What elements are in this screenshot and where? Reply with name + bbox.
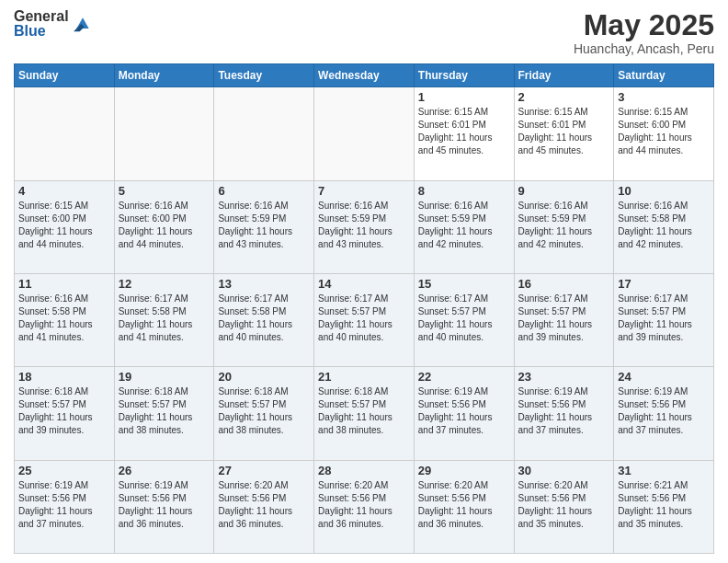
table-row: 6Sunrise: 6:16 AMSunset: 5:59 PMDaylight… (214, 180, 314, 273)
table-row: 19Sunrise: 6:18 AMSunset: 5:57 PMDayligh… (114, 367, 214, 460)
day-info: Sunrise: 6:17 AMSunset: 5:58 PMDaylight:… (119, 293, 210, 344)
day-info: Sunrise: 6:17 AMSunset: 5:58 PMDaylight:… (218, 293, 310, 344)
table-row: 21Sunrise: 6:18 AMSunset: 5:57 PMDayligh… (314, 367, 415, 460)
logo-icon (74, 15, 92, 33)
location: Huanchay, Ancash, Peru (574, 41, 714, 56)
day-number: 6 (218, 184, 310, 198)
table-row: 13Sunrise: 6:17 AMSunset: 5:58 PMDayligh… (214, 273, 314, 366)
table-row: 29Sunrise: 6:20 AMSunset: 5:56 PMDayligh… (414, 460, 514, 553)
col-friday: Friday (514, 64, 614, 87)
table-row: 20Sunrise: 6:18 AMSunset: 5:57 PMDayligh… (214, 367, 314, 460)
table-row: 8Sunrise: 6:16 AMSunset: 5:59 PMDaylight… (414, 180, 514, 273)
day-info: Sunrise: 6:19 AMSunset: 5:56 PMDaylight:… (518, 385, 610, 437)
day-number: 22 (418, 370, 510, 384)
table-row: 2Sunrise: 6:15 AMSunset: 6:01 PMDaylight… (514, 87, 614, 180)
day-info: Sunrise: 6:15 AMSunset: 6:01 PMDaylight:… (418, 106, 510, 157)
logo: General Blue (14, 9, 92, 39)
day-number: 23 (518, 370, 610, 384)
table-row: 17Sunrise: 6:17 AMSunset: 5:57 PMDayligh… (614, 273, 714, 366)
col-monday: Monday (114, 64, 214, 87)
day-number: 18 (18, 370, 110, 384)
table-row: 14Sunrise: 6:17 AMSunset: 5:57 PMDayligh… (314, 273, 415, 366)
day-info: Sunrise: 6:19 AMSunset: 5:56 PMDaylight:… (18, 479, 110, 531)
col-sunday: Sunday (15, 64, 115, 87)
table-row: 3Sunrise: 6:15 AMSunset: 6:00 PMDaylight… (614, 87, 714, 180)
col-thursday: Thursday (414, 64, 514, 87)
day-number: 2 (518, 90, 610, 104)
logo-general: General (14, 9, 69, 24)
table-row: 23Sunrise: 6:19 AMSunset: 5:56 PMDayligh… (514, 367, 614, 460)
day-number: 15 (418, 277, 510, 291)
table-row: 26Sunrise: 6:19 AMSunset: 5:56 PMDayligh… (114, 460, 214, 553)
day-number: 12 (119, 277, 210, 291)
logo-text: General Blue (14, 9, 69, 39)
table-row: 24Sunrise: 6:19 AMSunset: 5:56 PMDayligh… (614, 367, 714, 460)
calendar-week-1: 1Sunrise: 6:15 AMSunset: 6:01 PMDaylight… (15, 87, 714, 180)
table-row (114, 87, 214, 180)
day-number: 9 (518, 184, 610, 198)
day-number: 21 (318, 370, 410, 384)
month-title: May 2025 (574, 9, 714, 41)
table-row: 27Sunrise: 6:20 AMSunset: 5:56 PMDayligh… (214, 460, 314, 553)
day-info: Sunrise: 6:20 AMSunset: 5:56 PMDaylight:… (318, 479, 410, 531)
calendar-week-2: 4Sunrise: 6:15 AMSunset: 6:00 PMDaylight… (15, 180, 714, 273)
day-info: Sunrise: 6:20 AMSunset: 5:56 PMDaylight:… (518, 479, 610, 531)
day-number: 30 (518, 464, 610, 477)
table-row: 16Sunrise: 6:17 AMSunset: 5:57 PMDayligh… (514, 273, 614, 366)
day-number: 1 (418, 90, 510, 104)
day-number: 28 (318, 464, 410, 477)
day-info: Sunrise: 6:20 AMSunset: 5:56 PMDaylight:… (218, 479, 310, 531)
day-info: Sunrise: 6:19 AMSunset: 5:56 PMDaylight:… (119, 479, 210, 531)
day-number: 11 (18, 277, 110, 291)
day-info: Sunrise: 6:15 AMSunset: 6:00 PMDaylight:… (618, 106, 710, 157)
day-info: Sunrise: 6:16 AMSunset: 5:59 PMDaylight:… (318, 200, 410, 251)
day-info: Sunrise: 6:17 AMSunset: 5:57 PMDaylight:… (618, 293, 710, 344)
day-info: Sunrise: 6:16 AMSunset: 5:58 PMDaylight:… (18, 293, 110, 344)
day-number: 29 (418, 464, 510, 477)
col-tuesday: Tuesday (214, 64, 314, 87)
day-number: 31 (618, 464, 710, 477)
table-row: 22Sunrise: 6:19 AMSunset: 5:56 PMDayligh… (414, 367, 514, 460)
table-row (314, 87, 415, 180)
table-row: 15Sunrise: 6:17 AMSunset: 5:57 PMDayligh… (414, 273, 514, 366)
calendar-table: Sunday Monday Tuesday Wednesday Thursday… (14, 63, 714, 554)
table-row: 31Sunrise: 6:21 AMSunset: 5:56 PMDayligh… (614, 460, 714, 553)
day-number: 17 (618, 277, 710, 291)
day-info: Sunrise: 6:21 AMSunset: 5:56 PMDaylight:… (618, 479, 710, 531)
table-row: 11Sunrise: 6:16 AMSunset: 5:58 PMDayligh… (15, 273, 115, 366)
day-info: Sunrise: 6:15 AMSunset: 6:00 PMDaylight:… (18, 200, 110, 251)
page: General Blue May 2025 Huanchay, Ancash, … (0, 0, 728, 563)
day-number: 8 (418, 184, 510, 198)
day-info: Sunrise: 6:18 AMSunset: 5:57 PMDaylight:… (119, 385, 210, 437)
calendar-header-row: Sunday Monday Tuesday Wednesday Thursday… (15, 64, 714, 87)
table-row: 9Sunrise: 6:16 AMSunset: 5:59 PMDaylight… (514, 180, 614, 273)
day-info: Sunrise: 6:16 AMSunset: 5:59 PMDaylight:… (218, 200, 310, 251)
calendar-week-4: 18Sunrise: 6:18 AMSunset: 5:57 PMDayligh… (15, 367, 714, 460)
table-row: 25Sunrise: 6:19 AMSunset: 5:56 PMDayligh… (15, 460, 115, 553)
table-row: 1Sunrise: 6:15 AMSunset: 6:01 PMDaylight… (414, 87, 514, 180)
calendar-week-3: 11Sunrise: 6:16 AMSunset: 5:58 PMDayligh… (15, 273, 714, 366)
day-info: Sunrise: 6:18 AMSunset: 5:57 PMDaylight:… (218, 385, 310, 437)
table-row: 30Sunrise: 6:20 AMSunset: 5:56 PMDayligh… (514, 460, 614, 553)
day-number: 13 (218, 277, 310, 291)
day-number: 5 (119, 184, 210, 198)
day-number: 16 (518, 277, 610, 291)
day-number: 26 (119, 464, 210, 477)
day-info: Sunrise: 6:17 AMSunset: 5:57 PMDaylight:… (518, 293, 610, 344)
day-number: 4 (18, 184, 110, 198)
day-info: Sunrise: 6:17 AMSunset: 5:57 PMDaylight:… (418, 293, 510, 344)
day-info: Sunrise: 6:15 AMSunset: 6:01 PMDaylight:… (518, 106, 610, 157)
day-info: Sunrise: 6:18 AMSunset: 5:57 PMDaylight:… (318, 385, 410, 437)
table-row: 4Sunrise: 6:15 AMSunset: 6:00 PMDaylight… (15, 180, 115, 273)
day-number: 14 (318, 277, 410, 291)
day-number: 24 (618, 370, 710, 384)
day-info: Sunrise: 6:20 AMSunset: 5:56 PMDaylight:… (418, 479, 510, 531)
title-area: May 2025 Huanchay, Ancash, Peru (574, 9, 714, 56)
day-number: 27 (218, 464, 310, 477)
day-info: Sunrise: 6:16 AMSunset: 5:59 PMDaylight:… (518, 200, 610, 251)
table-row: 5Sunrise: 6:16 AMSunset: 6:00 PMDaylight… (114, 180, 214, 273)
day-number: 19 (119, 370, 210, 384)
table-row: 18Sunrise: 6:18 AMSunset: 5:57 PMDayligh… (15, 367, 115, 460)
table-row: 7Sunrise: 6:16 AMSunset: 5:59 PMDaylight… (314, 180, 415, 273)
header: General Blue May 2025 Huanchay, Ancash, … (14, 9, 714, 56)
